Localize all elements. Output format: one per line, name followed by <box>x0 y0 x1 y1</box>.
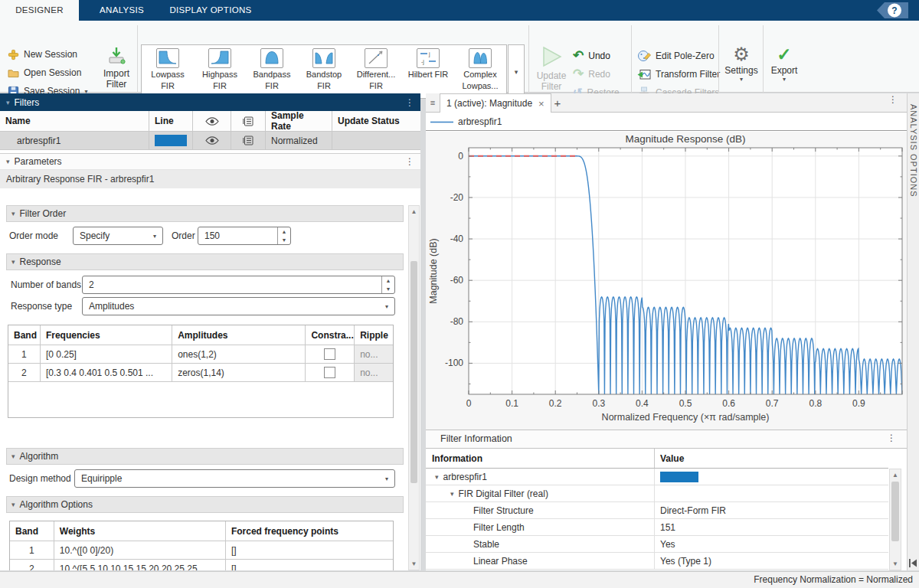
filter-sample-rate-cell[interactable]: Normalized <box>266 132 332 150</box>
constraints-cell[interactable] <box>306 364 355 382</box>
col-amplitudes[interactable]: Amplitudes <box>172 325 306 345</box>
plot-tabbar-menu-icon[interactable]: ⋮ <box>888 94 898 105</box>
spinner-buttons[interactable]: ▲▼ <box>381 276 394 293</box>
info-row-structure-group[interactable]: ▾ FIR Digital Filter (real) <box>426 485 888 502</box>
col-annotation[interactable] <box>231 111 266 132</box>
band-cell[interactable]: 1 <box>10 541 54 560</box>
scroll-up-icon[interactable]: ▲ <box>409 208 419 215</box>
magnitude-tab[interactable]: 1 (active): Magnitude × <box>440 93 551 113</box>
col-name[interactable]: Name <box>0 111 149 132</box>
gallery-differentiator-fir[interactable]: Different... FIR <box>350 48 402 96</box>
info-row-linear-phase[interactable]: Linear Phase Yes (Type 1) <box>426 553 888 570</box>
filters-menu-icon[interactable]: ⋮ <box>405 97 414 108</box>
info-row-filter-structure[interactable]: Filter Structure Direct-Form FIR <box>426 502 888 519</box>
new-tab-button[interactable]: + <box>548 94 567 113</box>
amplitudes-cell[interactable]: zeros(1,14) <box>172 364 306 382</box>
algorithm-section-bar[interactable]: ▾ Algorithm <box>6 448 404 465</box>
scroll-down-icon[interactable]: ▼ <box>409 560 419 567</box>
gallery-bandstop-fir[interactable]: Bandstop FIR <box>298 48 350 96</box>
band-cell[interactable]: 2 <box>10 560 54 570</box>
response-section-bar[interactable]: ▾ Response <box>6 253 404 270</box>
col-information[interactable]: Information <box>426 449 655 468</box>
import-filter-button[interactable]: Import Filter <box>96 45 136 97</box>
col-band[interactable]: Band <box>8 325 41 345</box>
ripple-cell[interactable]: no... <box>355 364 393 382</box>
frequencies-cell[interactable]: [0 0.25] <box>41 345 172 364</box>
number-of-bands-spinner[interactable]: 2 ▲▼ <box>82 276 395 294</box>
collapse-triangle-icon[interactable]: ▾ <box>435 473 439 481</box>
export-button[interactable]: ✓ Export ▾ <box>764 44 804 96</box>
collapse-triangle-icon[interactable]: ▾ <box>450 490 454 498</box>
col-visibility[interactable] <box>193 111 231 132</box>
forced-points-cell[interactable]: [] <box>226 541 393 560</box>
weights-cell[interactable]: 10.^([0 0]/20) <box>54 541 226 560</box>
close-icon[interactable]: × <box>538 98 545 109</box>
design-method-combo[interactable]: Equiripple ▾ <box>74 469 395 488</box>
settings-button[interactable]: ⚙ Settings ▾ <box>721 44 761 96</box>
filter-annotation-cell[interactable] <box>231 132 266 150</box>
spin-up-icon[interactable]: ▲ <box>278 227 290 236</box>
redo-button[interactable]: ↷ Redo <box>573 67 610 82</box>
scrollbar-thumb[interactable] <box>410 261 417 483</box>
gallery-bandpass-fir[interactable]: Bandpass FIR <box>246 48 298 96</box>
analysis-options-strip[interactable]: ANALYSIS OPTIONS <box>907 93 919 570</box>
info-row-filter[interactable]: ▾ arbrespfir1 <box>426 469 888 485</box>
col-line[interactable]: Line <box>149 111 193 132</box>
tab-list-icon[interactable]: ≡ <box>426 93 440 112</box>
col-ripple[interactable]: Ripple <box>355 325 393 345</box>
forced-points-cell[interactable]: [] <box>226 560 393 570</box>
parameters-menu-icon[interactable]: ⋮ <box>405 156 414 167</box>
col-sample-rate[interactable]: Sample Rate <box>266 111 332 132</box>
help-button[interactable]: ? <box>876 2 908 19</box>
gallery-lowpass-fir[interactable]: Lowpass FIR <box>142 48 194 96</box>
col-band[interactable]: Band <box>10 521 54 541</box>
filter-row-arbrespfir1[interactable]: arbrespfir1 Normalized <box>0 132 420 150</box>
amplitudes-cell[interactable]: ones(1,2) <box>172 345 306 364</box>
collapse-triangle-icon[interactable]: ▾ <box>6 99 10 106</box>
weights-cell[interactable]: 10.^([5 5 10 10 15 15 20 20 25 25 ... <box>54 560 226 570</box>
frequencies-cell[interactable]: [0.3 0.4 0.401 0.5 0.501 ... <box>41 364 172 382</box>
col-value[interactable]: Value <box>655 449 888 468</box>
constraints-cell[interactable] <box>306 345 355 364</box>
update-filter-button[interactable]: Update Filter <box>531 45 571 97</box>
filter-order-section-bar[interactable]: ▾ Filter Order <box>6 205 404 222</box>
dock-button[interactable] <box>908 558 917 570</box>
band-cell[interactable]: 1 <box>8 345 41 364</box>
col-constraints[interactable]: Constra... <box>306 325 355 345</box>
spin-down-icon[interactable]: ▼ <box>382 285 394 293</box>
band-row-2[interactable]: 2 [0.3 0.4 0.401 0.5 0.501 ... zeros(1,1… <box>8 364 393 382</box>
constraint-checkbox[interactable] <box>324 348 335 360</box>
col-frequencies[interactable]: Frequencies <box>41 325 172 345</box>
transform-filter-button[interactable]: Transform Filter <box>637 67 720 82</box>
open-session-button[interactable]: Open Session <box>8 65 81 80</box>
col-weights[interactable]: Weights <box>54 521 226 541</box>
tab-analysis[interactable]: ANALYSIS <box>79 0 165 21</box>
scroll-up-icon[interactable]: ▲ <box>890 472 901 479</box>
gallery-expand-button[interactable]: ▾ <box>508 44 525 99</box>
filter-visibility-cell[interactable] <box>193 132 231 150</box>
options-row-2[interactable]: 2 10.^([5 5 10 10 15 15 20 20 25 25 ... … <box>10 560 393 570</box>
gallery-hilbert-fir[interactable]: j-j Hilbert FIR <box>402 48 454 96</box>
undo-button[interactable]: ↶ Undo <box>573 48 610 64</box>
tab-display-options[interactable]: DISPLAY OPTIONS <box>165 0 257 21</box>
scroll-down-icon[interactable]: ▼ <box>890 560 901 567</box>
col-forced-points[interactable]: Forced frequency points <box>226 521 393 541</box>
order-spinner[interactable]: 150 ▲▼ <box>198 227 291 245</box>
filter-info-scrollbar[interactable]: ▲ ▼ <box>889 469 901 570</box>
filter-update-status-cell[interactable] <box>332 132 420 150</box>
spinner-buttons[interactable]: ▲▼ <box>277 227 290 244</box>
gallery-highpass-fir[interactable]: Highpass FIR <box>194 48 246 96</box>
tab-designer[interactable]: DESIGNER <box>0 0 79 21</box>
col-update-status[interactable]: Update Status <box>332 111 420 132</box>
constraint-checkbox[interactable] <box>324 367 335 378</box>
ripple-cell[interactable]: no... <box>355 345 393 364</box>
info-row-filter-length[interactable]: Filter Length 151 <box>426 519 888 536</box>
edit-pole-zero-button[interactable]: Edit Pole-Zero <box>637 48 715 64</box>
response-type-combo[interactable]: Amplitudes ▾ <box>82 297 395 315</box>
gallery-complex-lowpass[interactable]: Complex Lowpas... <box>454 48 506 96</box>
band-cell[interactable]: 2 <box>8 364 41 382</box>
options-row-1[interactable]: 1 10.^([0 0]/20) [] <box>10 541 393 560</box>
band-row-1[interactable]: 1 [0 0.25] ones(1,2) no... <box>8 345 393 364</box>
algorithm-options-section-bar[interactable]: ▾ Algorithm Options <box>6 496 404 513</box>
parameters-scrollbar[interactable]: ▲ ▼ <box>408 205 420 570</box>
